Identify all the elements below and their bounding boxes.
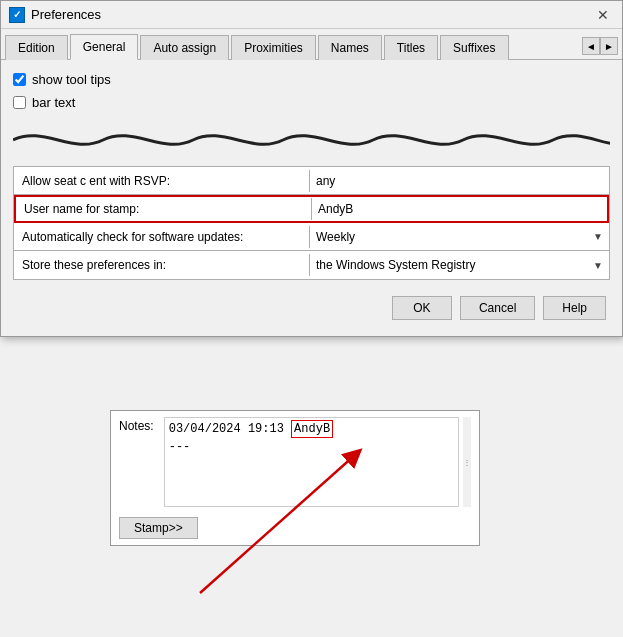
wavy-divider	[13, 120, 610, 160]
notes-section: Notes: 03/04/2024 19:13 AndyB --- ⋮ Stam…	[110, 410, 480, 546]
store-prefs-dropdown-arrow[interactable]: ▼	[593, 260, 603, 271]
tab-nav-buttons: ◄ ►	[582, 37, 618, 55]
button-row: OK Cancel Help	[13, 286, 610, 328]
tab-proximities[interactable]: Proximities	[231, 35, 316, 60]
tab-edition[interactable]: Edition	[5, 35, 68, 60]
cancel-button[interactable]: Cancel	[460, 296, 535, 320]
help-button[interactable]: Help	[543, 296, 606, 320]
auto-check-dropdown-arrow[interactable]: ▼	[593, 231, 603, 242]
tab-names[interactable]: Names	[318, 35, 382, 60]
allow-seat-label: Allow seat c ent with RSVP:	[14, 170, 309, 192]
preferences-dialog: ✓ Preferences ✕ Edition General Auto ass…	[0, 0, 623, 337]
tab-general[interactable]: General	[70, 34, 139, 60]
username-stamp-row: User name for stamp:	[14, 195, 609, 223]
notes-row: Notes: 03/04/2024 19:13 AndyB --- ⋮	[111, 411, 479, 513]
notes-label: Notes:	[119, 417, 154, 433]
show-tooltips-row: show tool tips	[13, 68, 610, 91]
tab-titles[interactable]: Titles	[384, 35, 438, 60]
stamp-btn-row: Stamp>>	[111, 513, 479, 545]
store-prefs-row: Store these preferences in: the Windows …	[14, 251, 609, 279]
allow-seat-row: Allow seat c ent with RSVP: any	[14, 167, 609, 195]
auto-check-value: Weekly ▼	[309, 226, 609, 248]
dialog-icon: ✓	[9, 7, 25, 23]
store-prefs-label: Store these preferences in:	[14, 254, 309, 276]
allow-seat-value: any	[309, 170, 609, 192]
tab-nav-prev[interactable]: ◄	[582, 37, 600, 55]
dialog-content: show tool tips bar text Allow seat c ent…	[1, 60, 622, 336]
title-bar-left: ✓ Preferences	[9, 7, 101, 23]
auto-check-row: Automatically check for software updates…	[14, 223, 609, 251]
username-stamp-value	[311, 198, 607, 220]
username-stamp-input[interactable]	[318, 202, 398, 216]
username-stamp-label: User name for stamp:	[16, 198, 311, 220]
show-tooltips-label: show tool tips	[32, 72, 111, 87]
notes-timestamp: 03/04/2024 19:13	[169, 422, 284, 436]
notes-resize-handle[interactable]: ⋮	[463, 417, 471, 507]
dialog-title: Preferences	[31, 7, 101, 22]
toolbar-text-checkbox[interactable]	[13, 96, 26, 109]
notes-inner: Notes: 03/04/2024 19:13 AndyB --- ⋮ Stam…	[111, 411, 479, 545]
notes-dashes: ---	[169, 440, 454, 454]
toolbar-text-row: bar text	[13, 91, 610, 114]
auto-check-label: Automatically check for software updates…	[14, 226, 309, 248]
tab-auto-assign[interactable]: Auto assign	[140, 35, 229, 60]
tab-suffixes[interactable]: Suffixes	[440, 35, 508, 60]
tabs-bar: Edition General Auto assign Proximities …	[1, 29, 622, 60]
show-tooltips-checkbox[interactable]	[13, 73, 26, 86]
settings-box: Allow seat c ent with RSVP: any User nam…	[13, 166, 610, 280]
notes-content-wrapper: 03/04/2024 19:13 AndyB --- ⋮	[164, 417, 471, 507]
ok-button[interactable]: OK	[392, 296, 452, 320]
store-prefs-value: the Windows System Registry ▼	[309, 254, 609, 276]
title-bar: ✓ Preferences ✕	[1, 1, 622, 29]
notes-username-highlight: AndyB	[291, 420, 333, 438]
notes-textarea[interactable]: 03/04/2024 19:13 AndyB ---	[164, 417, 459, 507]
close-button[interactable]: ✕	[592, 4, 614, 26]
stamp-button[interactable]: Stamp>>	[119, 517, 198, 539]
toolbar-text-label: bar text	[32, 95, 75, 110]
tab-nav-next[interactable]: ►	[600, 37, 618, 55]
